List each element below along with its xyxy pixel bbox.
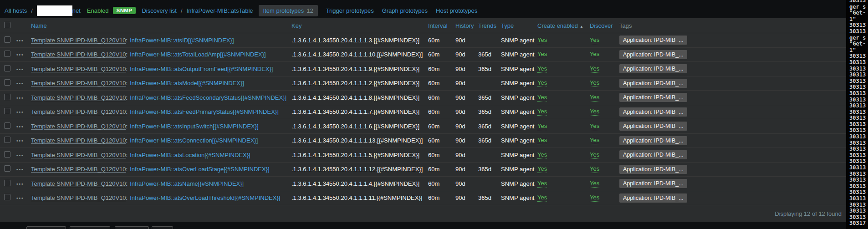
item-prototype-link[interactable]: InfraPower-MIB::atsID[{#SNMPINDEX}] bbox=[130, 37, 234, 44]
row-context-menu-button[interactable]: ••• bbox=[16, 96, 24, 101]
create-enabled-toggle[interactable]: Yes bbox=[537, 51, 547, 58]
row-context-menu-button[interactable]: ••• bbox=[16, 67, 24, 72]
item-prototype-link[interactable]: InfraPower-MIB::atsInputSwitch[{#SNMPIND… bbox=[130, 123, 259, 130]
tab-host-prototypes[interactable]: Host prototypes bbox=[436, 7, 477, 14]
template-link[interactable]: Template SNMP IPD-MIB_Q120V10 bbox=[31, 137, 126, 144]
column-header-type[interactable]: Type bbox=[501, 22, 514, 29]
row-checkbox[interactable] bbox=[4, 108, 10, 114]
discover-toggle[interactable]: Yes bbox=[590, 37, 599, 44]
row-context-menu-button[interactable]: ••• bbox=[16, 38, 24, 43]
row-context-menu-button[interactable]: ••• bbox=[16, 167, 24, 172]
item-prototype-link[interactable]: InfraPower-MIB::atsOverLoadThreshold[{#S… bbox=[130, 194, 280, 201]
item-prototype-link[interactable]: InfraPower-MIB::atsModel[{#SNMPINDEX}] bbox=[130, 80, 244, 87]
bulk-action-button[interactable] bbox=[70, 226, 110, 229]
row-checkbox[interactable] bbox=[4, 165, 10, 172]
discover-toggle[interactable]: Yes bbox=[590, 123, 599, 130]
tab-trigger-prototypes[interactable]: Trigger prototypes bbox=[326, 7, 374, 14]
create-enabled-toggle[interactable]: Yes bbox=[537, 166, 547, 173]
template-link[interactable]: Template SNMP IPD-MIB_Q120V10 bbox=[31, 80, 126, 87]
row-context-menu-button[interactable]: ••• bbox=[16, 153, 24, 158]
template-link[interactable]: Template SNMP IPD-MIB_Q120V10 bbox=[31, 51, 126, 58]
create-enabled-toggle[interactable]: Yes bbox=[537, 123, 547, 130]
tab-item-prototypes[interactable]: Item prototypes 12 bbox=[259, 5, 318, 16]
template-link[interactable]: Template SNMP IPD-MIB_Q120V10 bbox=[31, 123, 126, 130]
create-enabled-toggle[interactable]: Yes bbox=[537, 80, 547, 87]
breadcrumb-discovery-rule[interactable]: InfraPower-MIB::atsTable bbox=[187, 7, 253, 14]
column-header-history[interactable]: History bbox=[455, 22, 474, 29]
tab-graph-prototypes[interactable]: Graph prototypes bbox=[382, 7, 428, 14]
bulk-action-button[interactable] bbox=[26, 226, 66, 229]
item-prototype-link[interactable]: InfraPower-MIB::atsName[{#SNMPINDEX}] bbox=[130, 180, 244, 187]
discover-toggle[interactable]: Yes bbox=[590, 80, 599, 87]
template-link[interactable]: Template SNMP IPD-MIB_Q120V10 bbox=[31, 194, 126, 201]
template-link[interactable]: Template SNMP IPD-MIB_Q120V10 bbox=[31, 152, 126, 158]
host-status-enabled[interactable]: Enabled bbox=[87, 7, 109, 14]
discover-toggle[interactable]: Yes bbox=[590, 152, 599, 159]
row-context-menu-button[interactable]: ••• bbox=[16, 110, 24, 115]
item-prototype-link[interactable]: InfraPower-MIB::atsOverLoadStage[{#SNMPI… bbox=[130, 166, 269, 173]
create-enabled-toggle[interactable]: Yes bbox=[537, 152, 547, 159]
discover-toggle[interactable]: Yes bbox=[590, 194, 599, 202]
row-checkbox[interactable] bbox=[4, 194, 10, 200]
create-enabled-toggle[interactable]: Yes bbox=[537, 180, 547, 188]
row-checkbox[interactable] bbox=[4, 137, 10, 143]
create-enabled-toggle[interactable]: Yes bbox=[537, 94, 547, 102]
row-checkbox[interactable] bbox=[4, 36, 10, 43]
discover-toggle[interactable]: Yes bbox=[590, 108, 599, 116]
column-header-trends[interactable]: Trends bbox=[478, 22, 496, 29]
column-header-name[interactable]: Name bbox=[31, 22, 47, 29]
row-checkbox[interactable] bbox=[4, 51, 10, 57]
row-checkbox[interactable] bbox=[4, 65, 10, 71]
column-header-interval[interactable]: Interval bbox=[428, 22, 448, 29]
terminal-line: 30313 bbox=[849, 91, 868, 97]
column-header-key[interactable]: Key bbox=[291, 22, 301, 29]
row-context-menu-button[interactable]: ••• bbox=[16, 81, 24, 86]
row-context-menu-button[interactable]: ••• bbox=[16, 138, 24, 143]
terminal-line: "Get- bbox=[849, 41, 868, 47]
create-enabled-toggle[interactable]: Yes bbox=[537, 37, 547, 44]
interval-cell: 60m bbox=[428, 66, 455, 72]
host-name-suffix[interactable]: net bbox=[72, 7, 81, 14]
row-context-menu-button[interactable]: ••• bbox=[16, 52, 24, 57]
bulk-action-button[interactable] bbox=[152, 226, 173, 229]
type-cell: SNMP agent bbox=[501, 137, 537, 144]
item-prototype-link[interactable]: InfraPower-MIB::atsLocation[{#SNMPINDEX}… bbox=[130, 152, 250, 158]
item-prototype-link[interactable]: InfraPower-MIB::atsTotalLoadAmp[{#SNMPIN… bbox=[130, 51, 266, 58]
row-context-menu-button[interactable]: ••• bbox=[16, 196, 24, 201]
trends-cell: 365d bbox=[478, 94, 501, 101]
discover-toggle[interactable]: Yes bbox=[590, 180, 599, 188]
row-checkbox[interactable] bbox=[4, 122, 10, 129]
create-enabled-toggle[interactable]: Yes bbox=[537, 108, 547, 116]
discover-toggle[interactable]: Yes bbox=[590, 66, 599, 73]
template-link[interactable]: Template SNMP IPD-MIB_Q120V10 bbox=[31, 94, 126, 101]
discover-toggle[interactable]: Yes bbox=[590, 137, 599, 144]
column-header-discover[interactable]: Discover bbox=[590, 22, 613, 29]
row-context-menu-button[interactable]: ••• bbox=[16, 182, 24, 187]
terminal-line: 30313 bbox=[849, 53, 868, 60]
row-checkbox[interactable] bbox=[4, 151, 10, 158]
row-checkbox[interactable] bbox=[4, 79, 10, 86]
discover-toggle[interactable]: Yes bbox=[590, 94, 599, 102]
item-prototype-link[interactable]: InfraPower-MIB::atsOutputFromFeed[{#SNMP… bbox=[130, 66, 273, 72]
column-header-create-enabled[interactable]: Create enabled bbox=[537, 22, 578, 29]
create-enabled-toggle[interactable]: Yes bbox=[537, 194, 547, 202]
select-all-checkbox[interactable] bbox=[4, 22, 10, 28]
breadcrumb-discovery-list[interactable]: Discovery list bbox=[142, 7, 177, 14]
template-link[interactable]: Template SNMP IPD-MIB_Q120V10 bbox=[31, 66, 126, 72]
template-link[interactable]: Template SNMP IPD-MIB_Q120V10 bbox=[31, 180, 126, 187]
create-enabled-toggle[interactable]: Yes bbox=[537, 66, 547, 73]
template-link[interactable]: Template SNMP IPD-MIB_Q120V10 bbox=[31, 37, 126, 44]
item-prototype-link[interactable]: InfraPower-MIB::atsConnection[{#SNMPINDE… bbox=[130, 137, 258, 144]
breadcrumb-all-hosts[interactable]: All hosts bbox=[5, 7, 27, 14]
item-prototype-link[interactable]: InfraPower-MIB::atsFeedPrimaryStatus[{#S… bbox=[130, 108, 279, 115]
row-context-menu-button[interactable]: ••• bbox=[16, 124, 24, 129]
row-checkbox[interactable] bbox=[4, 180, 10, 186]
item-prototype-link[interactable]: InfraPower-MIB::atsFeedSecondaryStatus[{… bbox=[130, 94, 286, 101]
discover-toggle[interactable]: Yes bbox=[590, 166, 599, 173]
template-link[interactable]: Template SNMP IPD-MIB_Q120V10 bbox=[31, 166, 126, 173]
discover-toggle[interactable]: Yes bbox=[590, 51, 599, 58]
template-link[interactable]: Template SNMP IPD-MIB_Q120V10 bbox=[31, 108, 126, 115]
bulk-action-button[interactable] bbox=[115, 226, 149, 229]
row-checkbox[interactable] bbox=[4, 94, 10, 100]
create-enabled-toggle[interactable]: Yes bbox=[537, 137, 547, 144]
